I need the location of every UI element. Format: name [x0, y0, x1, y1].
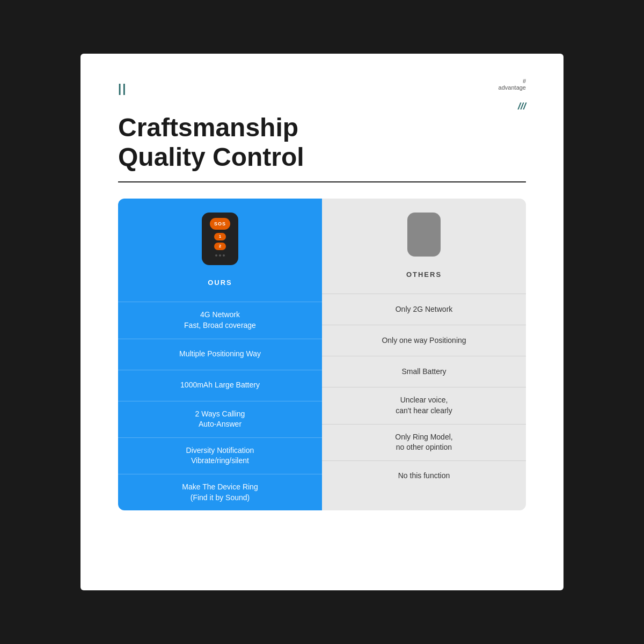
feature-row-ours-2: Multiple Positioning Way [118, 339, 322, 370]
sos-button-illustration: SOS [210, 218, 230, 230]
hashtag-symbol: # [499, 78, 526, 84]
comparison-table: SOS 1 2 OURS 4G NetworkFast, Broa [118, 199, 526, 510]
feature-row-ours-4: 2 Ways CallingAuto-Answer [118, 401, 322, 437]
feature-row-ours-1: 4G NetworkFast, Broad coverage [118, 302, 322, 338]
col-ours-header: SOS 1 2 OURS [118, 199, 322, 302]
tracker-body: SOS 1 2 [202, 213, 238, 265]
main-title: Craftsmanship Quality Control [118, 113, 304, 172]
slash-decoration: /// [518, 101, 526, 112]
dot-row [215, 254, 225, 257]
feature-row-others-2: Only one way Positioning [322, 325, 526, 356]
col-others-label: OTHERS [406, 266, 442, 285]
feature-row-others-3: Small Battery [322, 356, 526, 387]
feature-row-others-1: Only 2G Network [322, 294, 526, 325]
col-ours: SOS 1 2 OURS 4G NetworkFast, Broa [118, 199, 322, 510]
col-ours-label: OURS [208, 274, 232, 293]
feature-row-ours-6: Make The Device Ring(Find it by Sound) [118, 474, 322, 510]
feature-row-others-5: Only Ring Model,no other opintion [322, 424, 526, 460]
top-left-decoration: || [118, 82, 127, 96]
advantage-label: advantage [499, 84, 526, 91]
col-others-header: OTHERS [322, 199, 526, 294]
our-device-image: SOS 1 2 [199, 210, 241, 267]
feature-row-ours-3: 1000mAh Large Battery [118, 370, 322, 401]
col-others: OTHERS Only 2G Network Only one way Posi… [322, 199, 526, 510]
number-buttons: 1 2 [214, 233, 226, 250]
feature-row-ours-5: Diversity NotificationVibrate/ring/silen… [118, 437, 322, 474]
feature-row-others-6: No this function [322, 460, 526, 492]
top-right-label-group: # advantage [499, 78, 526, 91]
title-section: Craftsmanship Quality Control [118, 113, 526, 182]
feature-row-others-4: Unclear voice,can't hear clearly [322, 387, 526, 423]
btn-2: 2 [214, 243, 226, 250]
page-card: || # advantage /// Craftsmanship Quality… [80, 54, 564, 590]
other-device-image [405, 210, 443, 259]
btn-1: 1 [214, 233, 226, 240]
dot2 [219, 254, 221, 257]
dot3 [223, 254, 225, 257]
dot1 [215, 254, 217, 257]
grey-device-shape [407, 213, 441, 257]
